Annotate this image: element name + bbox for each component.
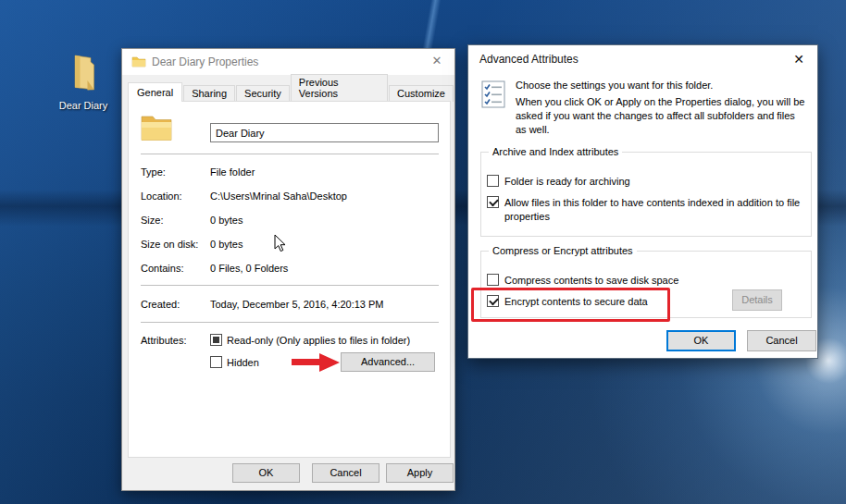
advanced-button[interactable]: Advanced... <box>341 352 435 372</box>
advanced-intro-line1: Choose the settings you want for this fo… <box>516 80 713 91</box>
indexing-label: Allow files in this folder to have conte… <box>504 196 802 224</box>
cancel-button[interactable]: Cancel <box>747 330 816 351</box>
archive-index-group: Archive and Index attributes Folder is r… <box>480 152 812 237</box>
divider <box>141 285 439 286</box>
tab-sharing[interactable]: Sharing <box>183 85 235 102</box>
folder-icon <box>69 80 97 95</box>
type-value: File folder <box>210 166 255 178</box>
red-highlight-annotation <box>471 288 670 322</box>
hidden-label: Hidden <box>227 357 259 368</box>
location-value: C:\Users\Mrinal Saha\Desktop <box>210 191 347 202</box>
readonly-checkbox[interactable] <box>210 334 222 346</box>
apply-button[interactable]: Apply <box>386 463 454 483</box>
size-on-disk-value: 0 bytes <box>210 239 243 250</box>
readonly-label: Read-only (Only applies to files in fold… <box>227 335 410 346</box>
type-label: Type: <box>141 166 166 178</box>
close-icon[interactable]: ✕ <box>788 52 810 68</box>
checklist-icon <box>481 80 505 110</box>
folder-icon-large <box>141 114 172 143</box>
contains-value: 0 Files, 0 Folders <box>210 263 288 274</box>
mouse-cursor <box>274 234 286 256</box>
advanced-intro-line2: When you click OK or Apply on the Proper… <box>516 95 807 137</box>
archiving-checkbox[interactable] <box>487 175 499 187</box>
cancel-button[interactable]: Cancel <box>312 463 379 483</box>
size-label: Size: <box>141 215 163 226</box>
attributes-label: Attributes: <box>141 335 187 346</box>
divider <box>141 322 439 323</box>
folder-name-input[interactable] <box>210 123 439 142</box>
indexing-checkbox[interactable] <box>487 196 499 208</box>
tab-general[interactable]: General <box>128 82 182 102</box>
advanced-attributes-dialog: Advanced Attributes ✕ Choose the setting… <box>467 44 818 359</box>
hidden-checkbox[interactable] <box>210 356 222 368</box>
properties-titlebar[interactable]: Dear Diary Properties ✕ <box>122 49 454 75</box>
ok-button[interactable]: OK <box>232 463 300 483</box>
close-icon[interactable]: ✕ <box>427 54 447 70</box>
general-tab-page: Type: File folder Location: C:\Users\Mri… <box>128 101 451 458</box>
compress-checkbox[interactable] <box>487 274 499 286</box>
details-button[interactable]: Details <box>732 289 782 311</box>
properties-tab-strip: General Sharing Security Previous Versio… <box>128 82 454 102</box>
size-value: 0 bytes <box>210 215 243 226</box>
folder-icon-small <box>131 55 146 69</box>
tab-customize[interactable]: Customize <box>389 85 454 102</box>
ok-button[interactable]: OK <box>666 330 736 351</box>
advanced-titlebar[interactable]: Advanced Attributes ✕ <box>468 45 817 73</box>
tab-security[interactable]: Security <box>236 85 290 102</box>
archiving-label: Folder is ready for archiving <box>504 176 630 187</box>
location-label: Location: <box>141 191 182 202</box>
contains-label: Contains: <box>141 263 183 274</box>
desktop-folder-dear-diary[interactable]: Dear Diary <box>39 54 128 111</box>
desktop-folder-label: Dear Diary <box>39 100 128 111</box>
red-arrow-annotation <box>292 353 340 374</box>
compress-encrypt-group-title: Compress or Encrypt attributes <box>489 245 637 256</box>
tab-previous-versions[interactable]: Previous Versions <box>291 74 388 102</box>
created-value: Today, December 5, 2016, 4:20:13 PM <box>210 299 384 310</box>
properties-dialog: Dear Diary Properties ✕ General Sharing … <box>121 48 455 491</box>
created-label: Created: <box>141 299 180 310</box>
size-on-disk-label: Size on disk: <box>141 239 198 250</box>
advanced-dialog-title: Advanced Attributes <box>479 53 579 66</box>
properties-dialog-title: Dear Diary Properties <box>152 55 258 68</box>
compress-label: Compress contents to save disk space <box>504 275 678 286</box>
archive-index-group-title: Archive and Index attributes <box>489 146 622 157</box>
divider <box>141 154 439 154</box>
